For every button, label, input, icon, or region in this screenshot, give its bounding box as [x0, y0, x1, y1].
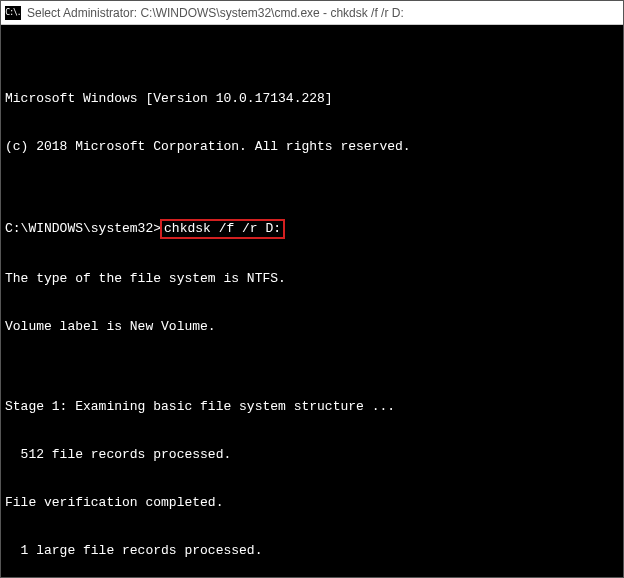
terminal-output[interactable]: Microsoft Windows [Version 10.0.17134.22…	[1, 25, 623, 577]
output-line: Volume label is New Volume.	[5, 319, 619, 335]
prompt-text: C:\WINDOWS\system32>	[5, 221, 161, 237]
output-line: The type of the file system is NTFS.	[5, 271, 619, 287]
titlebar[interactable]: C:\. Select Administrator: C:\WINDOWS\sy…	[1, 1, 623, 25]
window-title: Select Administrator: C:\WINDOWS\system3…	[27, 6, 404, 20]
cmd-icon: C:\.	[5, 6, 21, 20]
prompt-line: C:\WINDOWS\system32>chkdsk /f /r D:	[5, 219, 619, 239]
output-line: Stage 1: Examining basic file system str…	[5, 399, 619, 415]
output-line: 1 large file records processed.	[5, 543, 619, 559]
command-highlight: chkdsk /f /r D:	[160, 219, 285, 239]
command-prompt-window: C:\. Select Administrator: C:\WINDOWS\sy…	[0, 0, 624, 578]
output-line: (c) 2018 Microsoft Corporation. All righ…	[5, 139, 619, 155]
output-line: Microsoft Windows [Version 10.0.17134.22…	[5, 91, 619, 107]
output-line: File verification completed.	[5, 495, 619, 511]
output-line: 512 file records processed.	[5, 447, 619, 463]
